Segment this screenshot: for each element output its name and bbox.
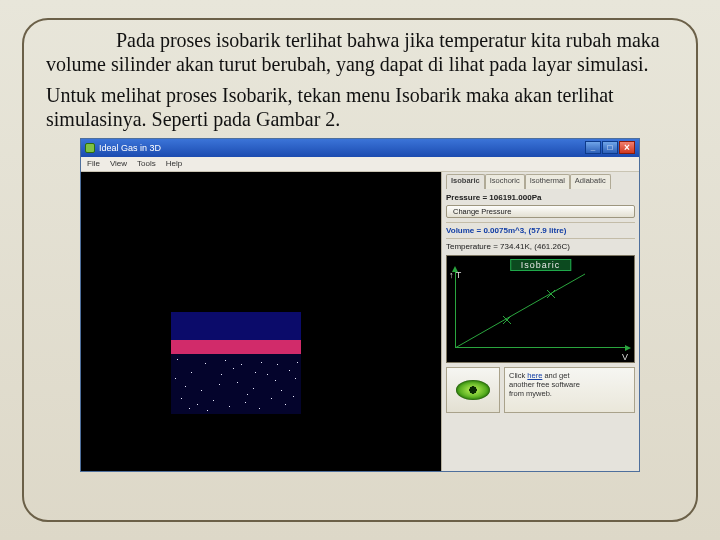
temperature-readout: Temperature = 734.41K, (461.26C) [446,242,635,251]
panel-footer: Click here and get another free software… [446,367,635,413]
paragraph-2-text: Untuk melihat proses Isobarik, tekan men… [46,84,614,130]
svg-line-0 [455,274,585,348]
tab-adiabatic[interactable]: Adiabatic [570,174,611,189]
paragraph-1-text: Pada proses isobarik terlihat bahwa jika… [46,29,660,75]
graph-box: Isobaric ↑ T V [446,255,635,363]
promo-link[interactable]: here [527,371,542,380]
menu-view[interactable]: View [110,159,127,168]
app-window: Ideal Gas in 3D _ □ × File View Tools He… [80,138,640,472]
logo-box [446,367,500,413]
window-title: Ideal Gas in 3D [99,143,161,153]
change-pressure-button[interactable]: Change Pressure [446,205,635,218]
piston-band [171,340,301,354]
promo-line1a: Click [509,371,527,380]
close-button[interactable]: × [619,141,635,154]
maximize-button[interactable]: □ [602,141,618,154]
menu-tools[interactable]: Tools [137,159,156,168]
minimize-button[interactable]: _ [585,141,601,154]
app-icon [85,143,95,153]
content-row: Isobaric Isochoric Isothermal Adiabatic … [81,172,639,471]
promo-line3: from myweb. [509,389,552,398]
paragraph-1: Pada proses isobarik terlihat bahwa jika… [46,28,674,77]
side-panel: Isobaric Isochoric Isothermal Adiabatic … [441,172,639,471]
promo-box: Click here and get another free software… [504,367,635,413]
promo-line2: another free software [509,380,580,389]
window-controls: _ □ × [585,141,635,154]
promo-line1b: and get [542,371,569,380]
piston-assembly [171,312,301,414]
menubar: File View Tools Help [81,157,639,172]
gas-chamber [171,354,301,414]
x-axis-arrow-icon [625,345,631,351]
volume-readout: Volume = 0.0075m^3, (57.9 litre) [446,226,635,235]
x-axis-label: V [622,352,628,362]
process-tabs: Isobaric Isochoric Isothermal Adiabatic [446,174,635,189]
menu-help[interactable]: Help [166,159,182,168]
piston-head [171,312,301,340]
tab-isobaric[interactable]: Isobaric [446,174,485,189]
slide-frame: Pada proses isobarik terlihat bahwa jika… [22,18,698,522]
tab-isothermal[interactable]: Isothermal [525,174,570,189]
tab-isochoric[interactable]: Isochoric [485,174,525,189]
pressure-readout: Pressure = 106191.000Pa [446,193,635,202]
eye-logo-icon [456,380,490,400]
graph-line [455,268,595,348]
menu-file[interactable]: File [87,159,100,168]
titlebar: Ideal Gas in 3D _ □ × [81,139,639,157]
simulation-viewport [81,172,441,471]
paragraph-2: Untuk melihat proses Isobarik, tekan men… [46,83,674,132]
